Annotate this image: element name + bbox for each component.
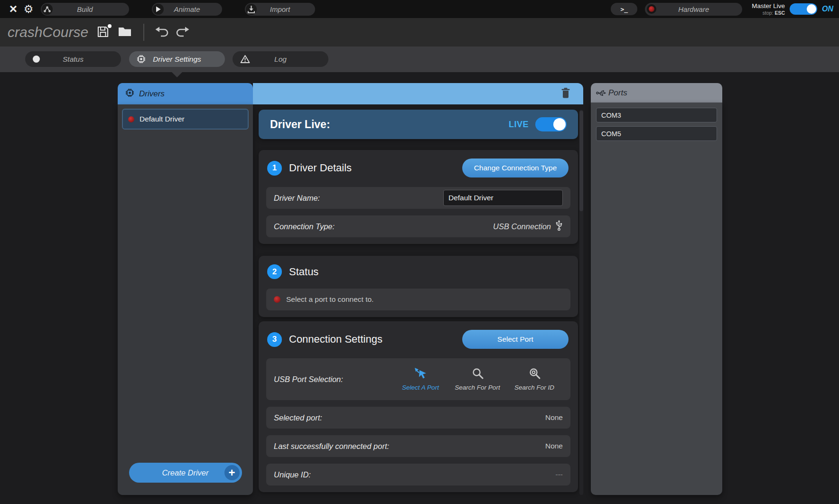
- unsaved-indicator-dot: [108, 24, 112, 28]
- last-connected-port-row: Last successfully connected port: None: [266, 435, 570, 457]
- last-connected-port-value: None: [545, 442, 563, 450]
- unique-id-value: ---: [556, 470, 563, 479]
- topbar: × ⚙ Build Animate Import >_ Hardware Mas…: [0, 0, 839, 18]
- tab-driver-settings-label: Driver Settings: [153, 55, 201, 64]
- port-item-label: COM5: [601, 130, 621, 138]
- titlebar: crashCourse: [0, 18, 839, 47]
- usb-icon: [596, 89, 606, 96]
- tab-driver-settings[interactable]: Driver Settings: [129, 51, 225, 67]
- project-title: crashCourse: [8, 24, 88, 40]
- section-driver-details: 1 Driver Details Change Connection Type …: [259, 150, 578, 244]
- master-live-control: Master Live stop: ESC ON: [752, 2, 833, 16]
- driver-live-label: Driver Live:: [270, 118, 330, 131]
- ports-panel: Ports COM3 COM5: [591, 83, 722, 495]
- ports-panel-title: Ports: [608, 88, 627, 98]
- drivers-list: Default Driver Create Driver +: [118, 104, 253, 495]
- driver-settings-view: Drivers Default Driver Create Driver + D…: [0, 72, 839, 504]
- terminal-icon: >_: [620, 6, 628, 13]
- driver-editor-header-strip: [253, 83, 583, 104]
- drivers-panel: Drivers Default Driver Create Driver +: [118, 83, 253, 495]
- last-connected-port-label: Last successfully connected port:: [274, 442, 389, 451]
- status-message: Select a port to connect to.: [286, 295, 373, 304]
- connection-type-select[interactable]: USB Connection: [493, 220, 563, 233]
- play-icon: [153, 4, 164, 15]
- esc-key-label: ESC: [774, 10, 785, 16]
- terminal-button[interactable]: >_: [611, 3, 637, 15]
- status-circle-icon: [33, 56, 40, 63]
- status-dot-icon: [274, 296, 280, 303]
- folder-icon: [118, 26, 132, 39]
- section-number-badge: 2: [267, 264, 282, 279]
- drivers-panel-title: Drivers: [139, 89, 165, 99]
- search-for-id-option[interactable]: Search For ID: [506, 367, 563, 391]
- driver-live-toggle[interactable]: [535, 117, 567, 131]
- section-connection-settings: 3 Connection Settings Select Port USB Po…: [259, 321, 578, 492]
- section-title: Connection Settings: [289, 333, 382, 345]
- scrollbar-thumb[interactable]: [579, 111, 583, 211]
- driver-item-label: Default Driver: [140, 115, 185, 123]
- redo-button[interactable]: [175, 26, 190, 39]
- master-live-stop-hint: stop: ESC: [752, 10, 785, 16]
- driver-live-bar: Driver Live: LIVE: [259, 110, 578, 139]
- search-for-port-option[interactable]: Search For Port: [449, 367, 506, 391]
- section-number-badge: 3: [267, 332, 282, 347]
- port-list-item[interactable]: COM5: [596, 126, 717, 141]
- close-button[interactable]: ×: [6, 1, 21, 17]
- port-item-label: COM3: [601, 112, 621, 119]
- section-number-badge: 1: [267, 161, 282, 176]
- build-button-label: Build: [77, 5, 93, 13]
- chip-icon: [137, 55, 146, 64]
- animate-button[interactable]: Animate: [152, 3, 222, 16]
- ports-list: COM3 COM5: [591, 103, 722, 495]
- port-list-item[interactable]: COM3: [596, 108, 717, 122]
- toolbar-divider: [143, 24, 144, 41]
- import-button-label: Import: [270, 5, 290, 13]
- master-live-label: Master Live: [752, 2, 785, 10]
- delete-driver-button[interactable]: [560, 87, 571, 100]
- redo-icon: [175, 26, 190, 39]
- hardware-status-icon: [647, 4, 656, 14]
- driver-list-item[interactable]: Default Driver: [122, 109, 249, 130]
- build-button[interactable]: Build: [41, 3, 129, 16]
- driver-status-dot-icon: [128, 116, 134, 122]
- hardware-button[interactable]: Hardware: [645, 3, 742, 16]
- warning-icon: [240, 55, 250, 64]
- master-live-toggle[interactable]: [790, 3, 817, 15]
- driver-live-state: LIVE: [509, 120, 529, 130]
- chip-icon: [125, 88, 134, 100]
- unique-id-label: Unique ID:: [274, 470, 311, 479]
- search-for-id-label: Search For ID: [514, 384, 554, 391]
- tab-log[interactable]: Log: [233, 51, 328, 67]
- select-port-button[interactable]: Select Port: [462, 330, 569, 349]
- tab-status[interactable]: Status: [25, 51, 121, 67]
- usb-port-selection-label: USB Port Selection:: [274, 375, 343, 384]
- search-id-icon: [528, 367, 541, 382]
- drivers-panel-header: Drivers: [118, 83, 253, 104]
- driver-name-row: Driver Name:: [266, 187, 570, 209]
- search-icon: [471, 367, 484, 382]
- section-title: Driver Details: [289, 162, 352, 174]
- usb-icon: [555, 220, 563, 233]
- section-title: Status: [289, 266, 318, 278]
- status-message-row: Select a port to connect to.: [266, 289, 570, 310]
- driver-name-input[interactable]: [443, 190, 563, 206]
- gear-icon: ⚙: [24, 4, 34, 15]
- select-a-port-option[interactable]: Select A Port: [392, 367, 449, 391]
- undo-button[interactable]: [155, 26, 170, 39]
- toggle-knob: [807, 4, 816, 14]
- save-button[interactable]: [97, 26, 109, 39]
- open-project-button[interactable]: [118, 26, 132, 39]
- change-connection-type-button[interactable]: Change Connection Type: [462, 159, 569, 177]
- save-icon: [97, 26, 109, 39]
- create-driver-button[interactable]: Create Driver +: [129, 463, 242, 483]
- ports-panel-header: Ports: [591, 83, 722, 103]
- import-button[interactable]: Import: [245, 3, 315, 16]
- select-a-port-label: Select A Port: [402, 384, 439, 391]
- toggle-knob: [553, 118, 566, 131]
- close-icon: ×: [9, 2, 17, 16]
- section-status: 2 Status Select a port to connect to.: [259, 256, 578, 317]
- editor-scrollbar: [579, 110, 583, 495]
- tab-status-label: Status: [63, 55, 84, 64]
- settings-button[interactable]: ⚙: [21, 1, 36, 17]
- selected-port-value: None: [545, 413, 563, 422]
